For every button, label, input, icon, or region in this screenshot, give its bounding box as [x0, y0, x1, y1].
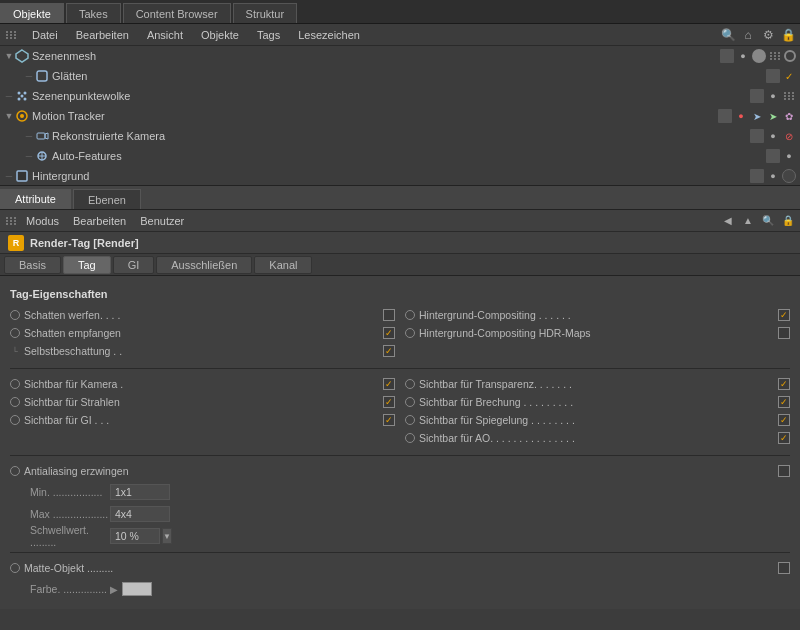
hintergrund-label: Hintergrund: [32, 170, 750, 182]
tree-row-kamera[interactable]: ─ Rekonstruierte Kamera ● ⊘: [0, 126, 800, 146]
menu-ansicht[interactable]: Ansicht: [139, 27, 191, 43]
settings-icon[interactable]: ⚙: [760, 27, 776, 43]
lock-attr-icon[interactable]: 🔒: [780, 213, 796, 229]
menu-icons: 🔍 ⌂ ⚙ 🔒: [720, 27, 796, 43]
sp-tag-1: [750, 89, 764, 103]
check-gi[interactable]: [383, 414, 395, 426]
back-icon[interactable]: ◀: [720, 213, 736, 229]
tab-content-browser[interactable]: Content Browser: [123, 3, 231, 23]
tree-row-hintergrund[interactable]: ─ Hintergrund ●: [0, 166, 800, 186]
check-kamera[interactable]: [383, 378, 395, 390]
menu-lesezeichen[interactable]: Lesezeichen: [290, 27, 368, 43]
a-tag-2: ●: [782, 149, 796, 163]
szenenmesh-label: Szenenmesh: [32, 50, 720, 62]
prop-hg-hdr: Hintergrund-Compositing HDR-Maps: [405, 324, 790, 342]
menu-tags[interactable]: Tags: [249, 27, 288, 43]
sichtbar-col-left: Sichtbar für Kamera . Sichtbar für Strah…: [10, 375, 395, 447]
check-matte[interactable]: [778, 562, 790, 574]
tab-objekte[interactable]: Objekte: [0, 3, 64, 23]
prop-max-row: Max ...................: [10, 504, 790, 524]
tree-row-glatten[interactable]: ─ Glätten ✓: [0, 66, 800, 86]
check-schatten-werfen[interactable]: [383, 309, 395, 321]
svg-marker-10: [45, 133, 48, 139]
tree-row-motion-tracker[interactable]: ▼ Motion Tracker ● ➤ ➤ ✿: [0, 106, 800, 126]
check-transparenz[interactable]: [778, 378, 790, 390]
tree-row-auto[interactable]: ─ Auto-Features ●: [0, 146, 800, 166]
prop-transparenz: Sichtbar für Transparenz. . . . . . .: [405, 375, 790, 393]
tree-row-szenenmesh[interactable]: ▼ Szenenmesh ●: [0, 46, 800, 66]
menu-bar: Datei Bearbeiten Ansicht Objekte Tags Le…: [0, 24, 800, 46]
up-icon[interactable]: ▲: [740, 213, 756, 229]
schwellwert-label: Schwellwert. .........: [30, 524, 110, 548]
prop-hg-comp: Hintergrund-Compositing . . . . . .: [405, 306, 790, 324]
sichtbar-col-right: Sichtbar für Transparenz. . . . . . . Si…: [405, 375, 790, 447]
check-schatten-empfangen[interactable]: [383, 327, 395, 339]
section-header: R Render-Tag [Render]: [0, 232, 800, 254]
svg-point-4: [18, 98, 21, 101]
tab-struktur[interactable]: Struktur: [233, 3, 298, 23]
check-brechung[interactable]: [778, 396, 790, 408]
mt-tag-arrow1: ➤: [750, 109, 764, 123]
check-hg-hdr[interactable]: [778, 327, 790, 339]
toolbar-bearbeiten[interactable]: Bearbeiten: [67, 214, 132, 228]
search-attr-icon[interactable]: 🔍: [760, 213, 776, 229]
menu-datei[interactable]: Datei: [24, 27, 66, 43]
tag-icon-2: ●: [736, 49, 750, 63]
subtab-ausschliessen[interactable]: Ausschließen: [156, 256, 252, 274]
tab-attribute[interactable]: Attribute: [0, 189, 71, 209]
expand-motion-tracker[interactable]: ▼: [4, 111, 14, 121]
k-tag-3: ⊘: [782, 129, 796, 143]
prop-schatten-werfen: Schatten werfen. . . .: [10, 306, 395, 324]
circle-gi: [10, 415, 20, 425]
prop-strahlen: Sichtbar für Strahlen: [10, 393, 395, 411]
tag-circle: [784, 50, 796, 62]
schwellwert-input-group: ▼: [110, 528, 172, 544]
subtab-gi[interactable]: GI: [113, 256, 155, 274]
expand-szenenmesh[interactable]: ▼: [4, 51, 14, 61]
svg-point-2: [18, 92, 21, 95]
tab-ebenen[interactable]: Ebenen: [73, 189, 141, 209]
svg-point-3: [24, 92, 27, 95]
check-antialiasing[interactable]: [778, 465, 790, 477]
szenenpunkte-label: Szenenpunktewolke: [32, 90, 750, 102]
tab-takes[interactable]: Takes: [66, 3, 121, 23]
circle-spiegelung: [405, 415, 415, 425]
toolbar-benutzer[interactable]: Benutzer: [134, 214, 190, 228]
subtab-tag[interactable]: Tag: [63, 256, 111, 274]
schwellwert-input[interactable]: [110, 528, 160, 544]
tree-row-szenenpunkte[interactable]: ─ Szenenpunktewolke ●: [0, 86, 800, 106]
prop-spiegelung: Sichtbar für Spiegelung . . . . . . . .: [405, 411, 790, 429]
leaf-hintergrund: ─: [4, 171, 14, 181]
svg-rect-14: [17, 171, 27, 181]
check-strahlen[interactable]: [383, 396, 395, 408]
prop-col-left: Schatten werfen. . . . Schatten empfange…: [10, 306, 395, 360]
prop-antialiasing-row: Antialiasing erzwingen: [10, 462, 790, 480]
section-title: Render-Tag [Render]: [30, 237, 139, 249]
lock-icon[interactable]: 🔒: [780, 27, 796, 43]
check-ao[interactable]: [778, 432, 790, 444]
prop-col-right: Hintergrund-Compositing . . . . . . Hint…: [405, 306, 790, 360]
check-spiegelung[interactable]: [778, 414, 790, 426]
menu-objekte[interactable]: Objekte: [193, 27, 247, 43]
toolbar-modus[interactable]: Modus: [20, 214, 65, 228]
subtab-basis[interactable]: Basis: [4, 256, 61, 274]
circle-matte: [10, 563, 20, 573]
check-selbst[interactable]: [383, 345, 395, 357]
farbe-swatch[interactable]: [122, 582, 152, 596]
hg-tags: ●: [750, 169, 796, 183]
subtab-kanal[interactable]: Kanal: [254, 256, 312, 274]
min-input[interactable]: [110, 484, 170, 500]
sub-tab-bar: Basis Tag GI Ausschließen Kanal: [0, 254, 800, 276]
search-icon[interactable]: 🔍: [720, 27, 736, 43]
check-hg-comp[interactable]: [778, 309, 790, 321]
max-input[interactable]: [110, 506, 170, 522]
kamera-label: Rekonstruierte Kamera: [52, 130, 750, 142]
circle-schatten-werfen: [10, 310, 20, 320]
tag-eigenschaften-title: Tag-Eigenschaften: [10, 288, 790, 300]
leaf-auto: ─: [24, 151, 34, 161]
k-tag-2: ●: [766, 129, 780, 143]
menu-bearbeiten[interactable]: Bearbeiten: [68, 27, 137, 43]
schwellwert-stepper[interactable]: ▼: [162, 528, 172, 544]
home-icon[interactable]: ⌂: [740, 27, 756, 43]
divider-2: [10, 455, 790, 456]
